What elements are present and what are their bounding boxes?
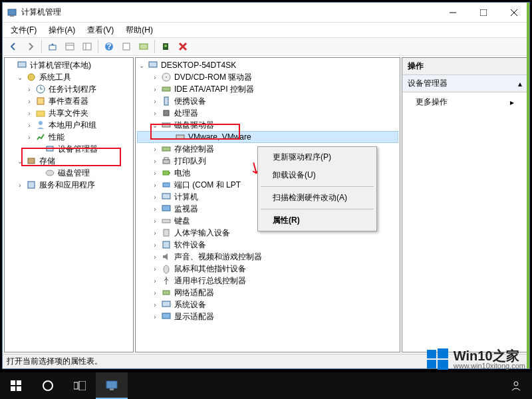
- svg-point-33: [166, 76, 167, 78]
- expander-icon[interactable]: ›: [25, 84, 34, 94]
- taskview-button[interactable]: [64, 372, 96, 399]
- svg-rect-57: [438, 360, 448, 370]
- svg-rect-65: [106, 381, 117, 388]
- view-button[interactable]: [62, 39, 78, 55]
- node-device-manager[interactable]: 设备管理器: [6, 143, 132, 155]
- svg-rect-1: [10, 15, 14, 17]
- tray-people-icon[interactable]: [500, 372, 532, 399]
- scan-button[interactable]: [158, 39, 174, 55]
- node-system-tools[interactable]: ⌄ 系统工具: [6, 71, 132, 83]
- expander-icon[interactable]: ⌄: [137, 61, 146, 70]
- titlebar: 计算机管理: [3, 3, 529, 23]
- node-storage[interactable]: ⌄ 存储: [6, 155, 132, 167]
- expander-icon[interactable]: ⌄: [15, 156, 25, 166]
- node-computer-mgmt[interactable]: 计算机管理(本地): [6, 59, 132, 71]
- expander-icon[interactable]: ›: [25, 108, 34, 118]
- node-sound[interactable]: ›声音、视频和游戏控制器: [137, 251, 398, 263]
- menu-view[interactable]: 查看(V): [82, 23, 119, 37]
- svg-rect-59: [17, 380, 21, 385]
- menu-file[interactable]: 文件(F): [5, 23, 42, 37]
- minimize-button[interactable]: [438, 3, 468, 23]
- ctx-scan[interactable]: 扫描检测硬件改动(A): [259, 189, 375, 207]
- mouse-icon: [161, 263, 172, 274]
- node-ide[interactable]: ›IDE ATA/ATAPI 控制器: [137, 83, 398, 95]
- maximize-button[interactable]: [468, 3, 499, 23]
- system-icon: [161, 299, 172, 310]
- close-button[interactable]: [499, 3, 529, 23]
- node-dvd[interactable]: ›DVD/CD-ROM 驱动器: [137, 71, 398, 83]
- node-software[interactable]: ›软件设备: [137, 239, 398, 251]
- expander-icon[interactable]: ⌄: [15, 72, 25, 82]
- delete-button[interactable]: [175, 39, 191, 55]
- node-processor[interactable]: ›处理器: [137, 107, 398, 119]
- node-system-dev[interactable]: ›系统设备: [137, 299, 398, 311]
- ctx-uninstall[interactable]: 卸载设备(U): [259, 166, 375, 184]
- node-computer-root[interactable]: ⌄ DESKTOP-54DT4SK: [137, 59, 398, 71]
- actions-device-mgr[interactable]: 设备管理器 ▴: [402, 75, 527, 92]
- node-disk-drives[interactable]: ⌄磁盘驱动器: [137, 119, 398, 131]
- node-task-scheduler[interactable]: › 任务计划程序: [6, 83, 132, 95]
- svg-rect-36: [164, 110, 169, 116]
- node-display[interactable]: ›显示适配器: [137, 311, 398, 323]
- svg-rect-37: [162, 123, 170, 127]
- services-icon: [26, 180, 37, 190]
- ctx-update-driver[interactable]: 更新驱动程序(P): [259, 148, 375, 166]
- users-icon: [35, 120, 46, 130]
- node-shared-folders[interactable]: › 共享文件夹: [6, 107, 132, 119]
- perf-icon: [35, 132, 46, 142]
- node-disk-mgmt[interactable]: 磁盘管理: [6, 167, 132, 179]
- cpu-icon: [161, 108, 172, 118]
- svg-text:?: ?: [106, 42, 111, 51]
- node-local-users[interactable]: › 本地用户和组: [6, 119, 132, 131]
- expander-icon[interactable]: ›: [25, 96, 34, 106]
- help-button[interactable]: ?: [101, 39, 117, 55]
- start-button[interactable]: [0, 372, 32, 399]
- forward-button[interactable]: [23, 39, 39, 55]
- node-disk-item[interactable]: VMware, VMware: [137, 131, 398, 143]
- taskbar-app-compmgmt[interactable]: [96, 372, 128, 399]
- svg-rect-61: [17, 386, 21, 391]
- svg-rect-40: [163, 160, 170, 164]
- up-button[interactable]: [45, 39, 61, 55]
- svg-rect-7: [66, 43, 74, 50]
- expander-icon[interactable]: ›: [25, 120, 34, 130]
- node-services[interactable]: › 服务和应用程序: [6, 179, 132, 191]
- detail-button[interactable]: [79, 39, 95, 55]
- node-performance[interactable]: › 性能: [6, 131, 132, 143]
- window-scrollbar[interactable]: [527, 3, 529, 368]
- svg-rect-48: [164, 229, 169, 236]
- svg-rect-9: [83, 43, 91, 50]
- node-usb[interactable]: ›通用串行总线控制器: [137, 275, 398, 287]
- svg-rect-66: [110, 388, 114, 390]
- svg-point-26: [39, 121, 43, 125]
- menu-action[interactable]: 操作(A): [43, 23, 80, 37]
- svg-point-29: [46, 170, 54, 176]
- svg-rect-24: [37, 98, 44, 104]
- node-event-viewer[interactable]: › 事件查看器: [6, 95, 132, 107]
- disk-icon: [45, 168, 55, 178]
- printer-icon: [161, 156, 172, 166]
- expander-icon[interactable]: ›: [15, 180, 25, 190]
- props-button[interactable]: [118, 39, 134, 55]
- ctx-properties[interactable]: 属性(R): [259, 211, 375, 229]
- node-portable[interactable]: ›便携设备: [137, 95, 398, 107]
- svg-point-50: [164, 265, 169, 273]
- left-tree: 计算机管理(本地) ⌄ 系统工具 › 任务计划程序 › 事件查看器: [5, 58, 133, 192]
- expander-icon[interactable]: ›: [25, 132, 34, 142]
- hid-icon: [161, 227, 172, 238]
- toolbar: ?: [3, 37, 529, 56]
- status-text: 打开当前选择项的属性表。: [7, 356, 102, 367]
- svg-rect-42: [163, 171, 169, 175]
- refresh-button[interactable]: [136, 39, 152, 55]
- menu-help[interactable]: 帮助(H): [120, 23, 158, 37]
- tools-icon: [26, 72, 37, 82]
- svg-rect-56: [427, 360, 436, 368]
- node-mouse[interactable]: ›鼠标和其他指针设备: [137, 263, 398, 275]
- ports-icon: [161, 180, 172, 190]
- actions-more[interactable]: 更多操作 ▸: [402, 92, 527, 112]
- ide-icon: [161, 84, 172, 94]
- back-button[interactable]: [5, 39, 21, 55]
- cortana-button[interactable]: [32, 372, 64, 399]
- svg-rect-44: [163, 183, 170, 187]
- node-network[interactable]: ›网络适配器: [137, 287, 398, 299]
